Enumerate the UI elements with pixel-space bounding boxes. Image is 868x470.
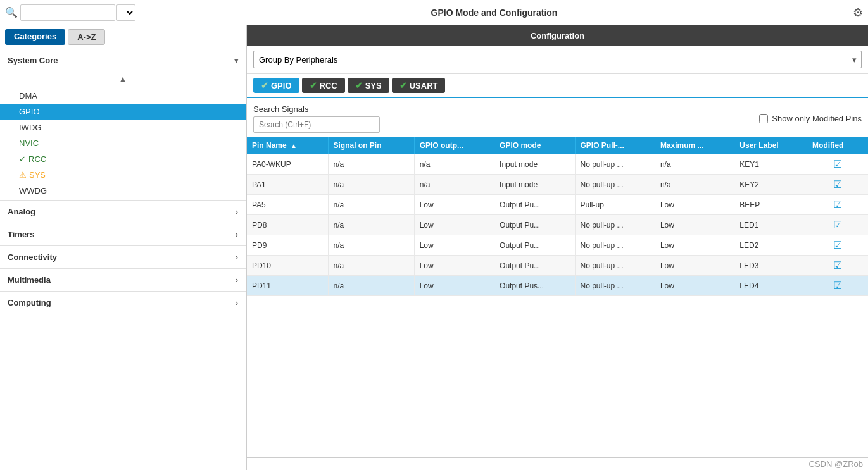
table-row[interactable]: PD8 n/a Low Output Pu... No pull-up ... …	[247, 215, 868, 235]
table-row[interactable]: PA0-WKUP n/a n/a Input mode No pull-up .…	[247, 154, 868, 175]
cell-modified: ☑	[807, 276, 868, 296]
th-pin-name[interactable]: Pin Name ▲	[247, 137, 328, 154]
cell-output: n/a	[414, 175, 494, 195]
cell-label: KEY2	[734, 175, 807, 195]
show-modified-checkbox[interactable]	[759, 114, 768, 123]
cell-max: n/a	[655, 175, 734, 195]
sys-label: SYS	[29, 170, 46, 180]
show-modified-label: Show only Modified Pins	[772, 114, 862, 123]
table-header-row: Pin Name ▲ Signal on Pin GPIO outp... GP…	[247, 137, 868, 154]
group-by-wrap: Group By Peripherals	[247, 46, 868, 74]
cell-signal: n/a	[328, 256, 414, 276]
cell-label: LED4	[734, 276, 807, 296]
warn-icon: ⚠	[19, 170, 27, 180]
sidebar-item-iwdg[interactable]: IWDG	[0, 120, 246, 135]
check-icon: ✓	[19, 154, 26, 164]
modified-check-icon: ☑	[833, 220, 842, 230]
section-computing-header[interactable]: Computing ›	[0, 292, 246, 314]
cell-max: Low	[655, 195, 734, 215]
sidebar-item-gpio[interactable]: GPIO	[0, 104, 246, 120]
top-search-dropdown[interactable]	[116, 4, 135, 21]
search-signals-box: Search Signals	[253, 104, 380, 133]
sidebar-item-sys[interactable]: ⚠ SYS	[0, 167, 246, 183]
cell-signal: n/a	[328, 235, 414, 256]
sidebar-item-rcc[interactable]: ✓ RCC	[0, 151, 246, 167]
section-system-core: System Core ▾ ▲ DMA GPIO IWDG NVIC ✓	[0, 49, 246, 201]
search-signals-label: Search Signals	[253, 104, 380, 114]
cell-mode: Output Pu...	[494, 256, 575, 276]
section-timers-header[interactable]: Timers ›	[0, 223, 246, 245]
cell-signal: n/a	[328, 276, 414, 296]
rcc-tab-label: RCC	[320, 81, 337, 90]
chevron-right-icon-4: ›	[236, 276, 238, 285]
cell-modified: ☑	[807, 195, 868, 215]
section-system-core-header[interactable]: System Core ▾	[0, 49, 246, 71]
content-area: Configuration Group By Peripherals ✔ GPI…	[247, 25, 868, 470]
table-row[interactable]: PA1 n/a n/a Input mode No pull-up ... n/…	[247, 175, 868, 195]
table-row[interactable]: PD10 n/a Low Output Pu... No pull-up ...…	[247, 256, 868, 276]
settings-icon[interactable]: ⚙	[853, 6, 863, 20]
top-search-input[interactable]	[20, 4, 115, 21]
modified-check-icon: ☑	[833, 240, 842, 250]
dma-label: DMA	[19, 91, 37, 101]
cell-pull: No pull-up ...	[575, 276, 655, 296]
table-row[interactable]: PA5 n/a Low Output Pu... Pull-up Low BEE…	[247, 195, 868, 215]
sys-tab-label: SYS	[365, 81, 382, 90]
cell-max: Low	[655, 235, 734, 256]
cell-max: Low	[655, 276, 734, 296]
tab-gpio[interactable]: ✔ GPIO	[253, 78, 299, 93]
group-by-select[interactable]: Group By Peripherals	[253, 51, 862, 68]
tab-categories[interactable]: Categories	[5, 29, 65, 45]
rcc-label: RCC	[28, 154, 46, 164]
cell-signal: n/a	[328, 195, 414, 215]
cell-mode: Output Pu...	[494, 195, 575, 215]
nvic-label: NVIC	[19, 139, 39, 148]
cell-label: LED1	[734, 215, 807, 235]
cell-mode: Input mode	[494, 175, 575, 195]
th-pull: GPIO Pull-...	[575, 137, 655, 154]
gpio-label: GPIO	[19, 107, 40, 116]
sys-check-icon: ✔	[355, 80, 363, 90]
section-connectivity-label: Connectivity	[8, 252, 57, 262]
search-signals-input[interactable]	[253, 116, 380, 133]
tab-az[interactable]: A->Z	[68, 29, 105, 45]
section-analog-header[interactable]: Analog ›	[0, 201, 246, 223]
cell-signal: n/a	[328, 175, 414, 195]
search-icon: 🔍	[5, 6, 18, 18]
chevron-right-icon: ›	[236, 207, 238, 216]
section-multimedia-label: Multimedia	[8, 275, 51, 285]
modified-check-icon: ☑	[833, 199, 842, 210]
usart-tab-label: USART	[410, 81, 438, 90]
cell-pin-name: PD9	[247, 235, 328, 256]
cell-mode: Output Pu...	[494, 235, 575, 256]
table-row[interactable]: PD11 n/a Low Output Pus... No pull-up ..…	[247, 276, 868, 296]
tab-usart[interactable]: ✔ USART	[392, 78, 446, 93]
peripheral-tabs: ✔ GPIO ✔ RCC ✔ SYS ✔ USART	[247, 74, 868, 98]
cell-pin-name: PD10	[247, 256, 328, 276]
sidebar: Categories A->Z System Core ▾ ▲ DMA GPIO…	[0, 25, 247, 470]
cell-modified: ☑	[807, 175, 868, 195]
tab-rcc[interactable]: ✔ RCC	[302, 78, 345, 93]
sidebar-item-wwdg[interactable]: WWDG	[0, 183, 246, 199]
cell-label: LED2	[734, 235, 807, 256]
tab-sys[interactable]: ✔ SYS	[348, 78, 389, 93]
cell-pull: Pull-up	[575, 195, 655, 215]
usart-check-icon: ✔	[399, 80, 407, 90]
cell-pin-name: PA0-WKUP	[247, 154, 328, 175]
table-row[interactable]: PD9 n/a Low Output Pu... No pull-up ... …	[247, 235, 868, 256]
cell-output: n/a	[414, 154, 494, 175]
th-signal: Signal on Pin	[328, 137, 414, 154]
sidebar-item-dma[interactable]: DMA	[0, 88, 246, 104]
th-modified: Modified	[807, 137, 868, 154]
section-connectivity-header[interactable]: Connectivity ›	[0, 246, 246, 268]
iwdg-label: IWDG	[19, 123, 41, 132]
wwdg-label: WWDG	[19, 186, 47, 195]
cell-label: BEEP	[734, 195, 807, 215]
cell-modified: ☑	[807, 256, 868, 276]
cell-pull: No pull-up ...	[575, 154, 655, 175]
section-multimedia-header[interactable]: Multimedia ›	[0, 269, 246, 291]
cell-output: Low	[414, 215, 494, 235]
footer: CSDN @ZRob	[247, 457, 868, 470]
sidebar-item-nvic[interactable]: NVIC	[0, 135, 246, 151]
cell-max: Low	[655, 256, 734, 276]
